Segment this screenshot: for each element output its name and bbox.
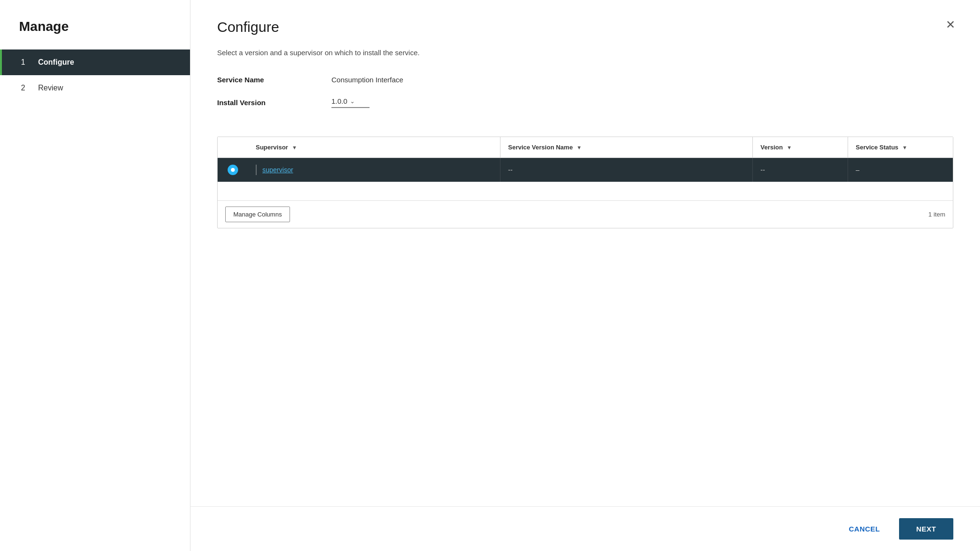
sidebar-item-review[interactable]: 2 Review [0, 75, 190, 101]
filter-version-icon[interactable]: ▼ [787, 145, 792, 150]
next-button[interactable]: NEXT [899, 518, 953, 540]
radio-selected-icon [228, 165, 238, 175]
close-button[interactable]: ✕ [944, 17, 957, 32]
table-row[interactable]: supervisor -- -- – [218, 158, 953, 182]
sidebar-item-configure[interactable]: 1 Configure [0, 49, 190, 75]
td-version: -- [753, 158, 848, 182]
table-empty-row [218, 182, 953, 201]
radio-inner [231, 168, 235, 172]
subtitle: Select a version and a supervisor on whi… [217, 49, 953, 57]
main-content: ✕ Configure Select a version and a super… [190, 0, 980, 551]
filter-status-icon[interactable]: ▼ [902, 145, 908, 150]
sidebar-title: Manage [0, 19, 190, 49]
modal-overlay: Manage 1 Configure 2 Review ✕ Configure … [0, 0, 980, 551]
version-cell-value: -- [760, 166, 765, 174]
item-count: 1 item [929, 211, 945, 218]
td-service-status: – [848, 158, 953, 182]
manage-columns-button[interactable]: Manage Columns [225, 207, 290, 222]
form-section: Service Name Consumption Interface Insta… [217, 76, 953, 121]
bottom-bar: CANCEL NEXT [190, 506, 980, 551]
td-radio[interactable] [218, 158, 248, 182]
step-2-label: Review [38, 84, 63, 92]
chevron-down-icon: ⌄ [350, 98, 355, 105]
supervisor-link[interactable]: supervisor [262, 166, 293, 174]
service-name-label: Service Name [217, 76, 331, 84]
filter-service-version-icon[interactable]: ▼ [577, 145, 582, 150]
step-2-number: 2 [21, 84, 30, 92]
th-service-status-label: Service Status [856, 144, 899, 151]
col-divider [256, 165, 257, 175]
step-1-number: 1 [21, 58, 30, 67]
service-version-name-value: -- [508, 166, 512, 174]
filter-supervisor-icon[interactable]: ▼ [292, 145, 297, 150]
modal: Manage 1 Configure 2 Review ✕ Configure … [0, 0, 980, 551]
td-service-version-name: -- [500, 158, 753, 182]
th-service-version-name-label: Service Version Name [508, 144, 573, 151]
install-version-row: Install Version 1.0.0 ⌄ [217, 97, 953, 108]
step-1-label: Configure [38, 58, 74, 67]
th-select [218, 137, 248, 157]
service-name-row: Service Name Consumption Interface [217, 76, 953, 84]
td-supervisor: supervisor [248, 158, 500, 182]
th-version-label: Version [760, 144, 783, 151]
cancel-button[interactable]: CANCEL [837, 518, 891, 540]
th-version: Version ▼ [753, 137, 848, 157]
service-name-value: Consumption Interface [331, 76, 403, 84]
install-version-select[interactable]: 1.0.0 ⌄ [331, 97, 370, 108]
page-title: Configure [217, 19, 953, 35]
supervisor-table: Supervisor ▼ Service Version Name ▼ Vers… [217, 137, 953, 228]
install-version-label: Install Version [217, 98, 331, 107]
th-service-version-name: Service Version Name ▼ [500, 137, 753, 157]
th-supervisor-label: Supervisor [256, 144, 288, 151]
th-supervisor: Supervisor ▼ [248, 137, 500, 157]
version-value: 1.0.0 [331, 97, 347, 105]
th-service-status: Service Status ▼ [848, 137, 953, 157]
sidebar: Manage 1 Configure 2 Review [0, 0, 190, 551]
table-header: Supervisor ▼ Service Version Name ▼ Vers… [218, 137, 953, 158]
service-status-value: – [856, 166, 860, 174]
table-footer: Manage Columns 1 item [218, 201, 953, 228]
